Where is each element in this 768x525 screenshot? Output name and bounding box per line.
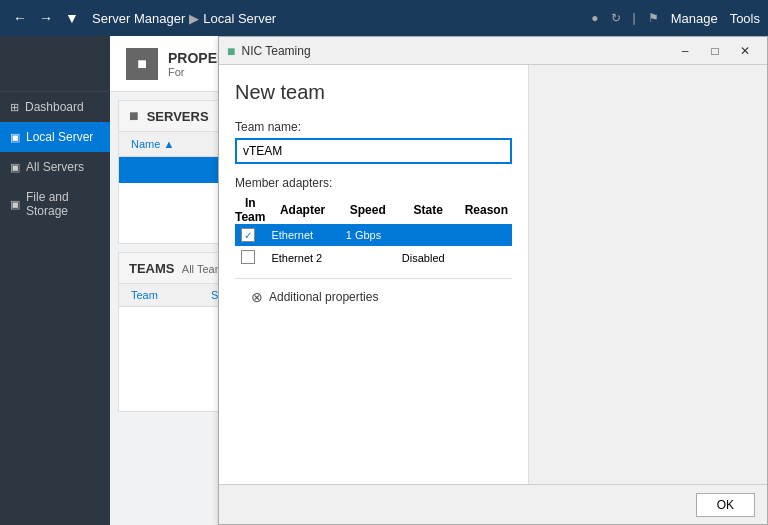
sidebar-item-all-servers[interactable]: ▣ All Servers bbox=[0, 152, 110, 182]
col-adapter: Adapter bbox=[265, 196, 339, 224]
teams-title: TEAMS bbox=[129, 261, 175, 276]
tools-button[interactable]: Tools bbox=[730, 11, 760, 26]
nic-title-bar: ■ NIC Teaming – □ ✕ bbox=[219, 37, 767, 65]
dialog-body: New team Team name: Member adapters: In … bbox=[219, 65, 767, 524]
sidebar-item-file-storage[interactable]: ▣ File and Storage bbox=[0, 182, 110, 226]
additional-props-label: Additional properties bbox=[269, 290, 378, 304]
adapter-reason-1 bbox=[461, 224, 512, 246]
maximize-button[interactable]: □ bbox=[701, 40, 729, 62]
teams-col-team[interactable]: Team bbox=[127, 287, 207, 303]
dropdown-button[interactable]: ▼ bbox=[60, 6, 84, 30]
adapter-state-1 bbox=[396, 224, 461, 246]
expand-icon: ⊗ bbox=[251, 289, 263, 305]
back-button[interactable]: ← bbox=[8, 6, 32, 30]
forward-button[interactable]: → bbox=[34, 6, 58, 30]
ok-button[interactable]: OK bbox=[696, 493, 755, 517]
col-reason: Reason bbox=[461, 196, 512, 224]
adapter-speed-2 bbox=[340, 246, 396, 270]
close-button[interactable]: ✕ bbox=[731, 40, 759, 62]
title-separator: ▶ bbox=[189, 11, 199, 26]
checkbox-ethernet[interactable]: ✓ bbox=[241, 228, 255, 242]
sidebar-item-dashboard[interactable]: ⊞ Dashboard bbox=[0, 92, 110, 122]
nic-window-controls: – □ ✕ bbox=[671, 40, 759, 62]
title-bar: ← → ▼ Server Manager ▶ Local Server ● ↻ … bbox=[0, 0, 768, 36]
page-name: Local Server bbox=[203, 11, 276, 26]
checkbox-ethernet2[interactable] bbox=[241, 250, 255, 264]
team-name-label: Team name: bbox=[235, 120, 512, 134]
member-adapters-label: Member adapters: bbox=[235, 176, 512, 190]
app-name: Server Manager bbox=[92, 11, 185, 26]
sidebar-item-label: All Servers bbox=[26, 160, 84, 174]
nic-title-icon: ■ bbox=[227, 43, 235, 59]
col-name[interactable]: Name ▲ bbox=[127, 136, 217, 152]
team-name-input[interactable] bbox=[235, 138, 512, 164]
content-area: ■ PROPERTIES For ■ SERVERS All Servers |… bbox=[110, 36, 768, 525]
col-in-team: In Team bbox=[235, 196, 265, 224]
dialog-title: New team bbox=[235, 81, 512, 104]
col-state: State bbox=[396, 196, 461, 224]
minimize-button[interactable]: – bbox=[671, 40, 699, 62]
sidebar-item-local-server[interactable]: ▣ Local Server bbox=[0, 122, 110, 152]
servers-title: SERVERS bbox=[147, 109, 209, 124]
dialog-left-panel: New team Team name: Member adapters: In … bbox=[219, 65, 529, 524]
main-layout: ⊞ Dashboard ▣ Local Server ▣ All Servers… bbox=[0, 36, 768, 525]
sidebar-item-label: File and Storage bbox=[26, 190, 100, 218]
adapter-name-2: Ethernet 2 bbox=[265, 246, 339, 270]
adapters-table: In Team Adapter Speed State Reason ✓ bbox=[235, 196, 512, 270]
manage-button[interactable]: Manage bbox=[671, 11, 718, 26]
local-server-icon: ▣ bbox=[10, 131, 20, 144]
adapter-row-ethernet[interactable]: ✓ Ethernet 1 Gbps bbox=[235, 224, 512, 246]
servers-icon: ■ bbox=[129, 107, 139, 125]
dialog-right-panel bbox=[529, 65, 767, 524]
adapters-table-header: In Team Adapter Speed State Reason bbox=[235, 196, 512, 224]
adapter-name-1: Ethernet bbox=[265, 224, 339, 246]
sidebar-item-label: Dashboard bbox=[25, 100, 84, 114]
sidebar-item-label: Local Server bbox=[26, 130, 93, 144]
adapter-speed-1: 1 Gbps bbox=[340, 224, 396, 246]
adapter-check-1[interactable]: ✓ bbox=[235, 224, 265, 246]
nav-controls: ← → ▼ bbox=[8, 6, 84, 30]
nic-window-title: NIC Teaming bbox=[241, 44, 310, 58]
dialog-footer: OK bbox=[219, 484, 767, 524]
adapter-row-ethernet2[interactable]: Ethernet 2 Disabled bbox=[235, 246, 512, 270]
nic-title-text: ■ NIC Teaming bbox=[227, 43, 311, 59]
title-text: Server Manager ▶ Local Server bbox=[92, 11, 591, 26]
properties-icon: ■ bbox=[126, 48, 158, 80]
adapter-check-2[interactable] bbox=[235, 246, 265, 270]
sidebar-header bbox=[0, 36, 110, 92]
title-right-controls: ● ↻ | ⚑ Manage Tools bbox=[591, 11, 760, 26]
all-servers-icon: ▣ bbox=[10, 161, 20, 174]
additional-properties[interactable]: ⊗ Additional properties bbox=[235, 278, 512, 315]
adapter-state-2: Disabled bbox=[396, 246, 461, 270]
nic-teaming-window: ■ NIC Teaming – □ ✕ New team Team name: … bbox=[218, 36, 768, 525]
col-speed: Speed bbox=[340, 196, 396, 224]
adapter-reason-2 bbox=[461, 246, 512, 270]
file-storage-icon: ▣ bbox=[10, 198, 20, 211]
sidebar: ⊞ Dashboard ▣ Local Server ▣ All Servers… bbox=[0, 36, 110, 525]
dashboard-icon: ⊞ bbox=[10, 101, 19, 114]
server-name bbox=[127, 168, 217, 172]
